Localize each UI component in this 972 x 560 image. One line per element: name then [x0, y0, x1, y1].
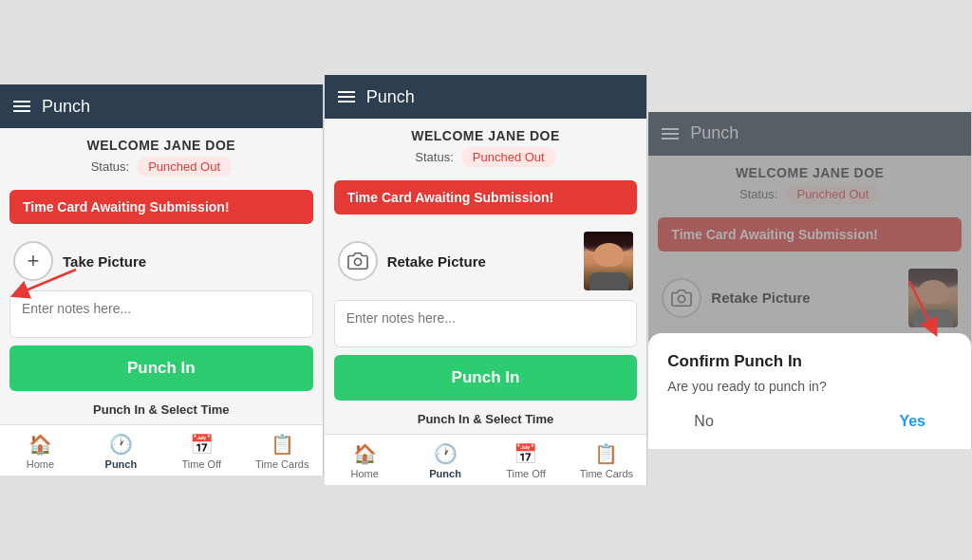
photo-thumbnail-2	[584, 232, 633, 290]
picture-section-1: + Take Picture	[0, 232, 323, 290]
bottom-nav-1: 🏠 Home 🕐 Punch 📅 Time Off 📋 Time Cards	[0, 424, 323, 476]
welcome-name-1: WELCOME JANE DOE	[13, 138, 309, 153]
notes-input-2[interactable]	[334, 300, 638, 347]
home-icon-1: 🏠	[28, 433, 52, 456]
nav-punch-1[interactable]: 🕐 Punch	[81, 431, 161, 472]
welcome-name-2: WELCOME JANE DOE	[338, 128, 634, 143]
retake-picture-button-2[interactable]	[338, 241, 378, 281]
nav-timeoff-2[interactable]: 📅 Time Off	[486, 440, 567, 481]
home-icon-2: 🏠	[353, 442, 377, 465]
modal-text-3: Are you ready to punch in?	[667, 379, 952, 394]
timecards-icon-1: 📋	[271, 433, 294, 456]
nav-timeoff-label-2: Time Off	[506, 468, 546, 479]
screen-2: Punch WELCOME JANE DOE Status: Punched O…	[325, 75, 648, 485]
picture-label-2: Retake Picture	[387, 253, 486, 270]
app-title-1: Punch	[42, 97, 90, 117]
nav-timecards-label-1: Time Cards	[255, 458, 308, 470]
nav-punch-label-1: Punch	[105, 458, 138, 470]
bottom-nav-2: 🏠 Home 🕐 Punch 📅 Time Off 📋 Time Cards	[325, 434, 647, 485]
punch-select-time-1[interactable]: Punch In & Select Time	[0, 399, 323, 424]
hamburger-menu-2[interactable]	[338, 91, 355, 103]
hamburger-menu-1[interactable]	[13, 101, 30, 112]
svg-point-2	[354, 258, 361, 265]
punch-icon-2: 🕐	[434, 442, 458, 465]
timeoff-icon-1: 📅	[190, 433, 214, 456]
time-card-alert-2[interactable]: Time Card Awaiting Submission!	[334, 180, 638, 215]
status-label-1: Status:	[91, 159, 129, 174]
modal-no-button-3[interactable]: No	[686, 409, 720, 434]
status-badge-1: Punched Out	[137, 157, 232, 177]
notes-input-1[interactable]	[9, 290, 313, 338]
top-bar-1: Punch	[0, 84, 323, 128]
time-card-alert-1[interactable]: Time Card Awaiting Submission!	[9, 190, 313, 224]
screen-3: Punch WELCOME JANE DOE Status: Punched O…	[648, 112, 972, 449]
camera-icon-2	[347, 251, 368, 271]
app-title-2: Punch	[366, 87, 415, 107]
nav-timecards-label-2: Time Cards	[580, 468, 633, 479]
nav-punch-2[interactable]: 🕐 Punch	[405, 440, 486, 481]
nav-timecards-2[interactable]: 📋 Time Cards	[566, 440, 646, 481]
take-picture-button-1[interactable]: +	[13, 241, 53, 281]
status-row-1: Status: Punched Out	[13, 157, 309, 177]
status-row-2: Status: Punched Out	[338, 147, 634, 167]
punch-select-time-2[interactable]: Punch In & Select Time	[325, 408, 647, 434]
punch-icon-1: 🕐	[109, 433, 133, 456]
modal-yes-button-3[interactable]: Yes	[891, 409, 933, 434]
welcome-section-1: WELCOME JANE DOE Status: Punched Out	[0, 128, 323, 182]
punch-in-button-2[interactable]: Punch In	[334, 355, 638, 401]
confirm-punch-in-dialog: Confirm Punch In Are you ready to punch …	[648, 333, 971, 449]
punch-in-button-1[interactable]: Punch In	[9, 345, 313, 391]
screen-1: Punch WELCOME JANE DOE Status: Punched O…	[0, 84, 324, 476]
picture-label-1: Take Picture	[63, 253, 146, 270]
nav-timecards-1[interactable]: 📋 Time Cards	[242, 431, 323, 472]
top-bar-2: Punch	[325, 75, 647, 119]
nav-home-label-1: Home	[27, 458, 54, 470]
nav-timeoff-1[interactable]: 📅 Time Off	[161, 431, 242, 472]
modal-overlay-3: Confirm Punch In Are you ready to punch …	[648, 112, 971, 449]
welcome-section-2: WELCOME JANE DOE Status: Punched Out	[325, 119, 647, 173]
nav-timeoff-label-1: Time Off	[182, 458, 222, 470]
modal-buttons-3: No Yes	[667, 409, 952, 434]
nav-home-1[interactable]: 🏠 Home	[0, 431, 81, 472]
arrow-annotation-3	[905, 276, 962, 333]
status-label-2: Status:	[415, 150, 453, 164]
status-badge-2: Punched Out	[461, 147, 556, 167]
nav-home-label-2: Home	[350, 468, 378, 479]
nav-home-2[interactable]: 🏠 Home	[325, 440, 405, 481]
timeoff-icon-2: 📅	[514, 442, 537, 465]
nav-punch-label-2: Punch	[429, 468, 461, 479]
picture-section-2: Retake Picture	[325, 222, 647, 300]
timecards-icon-2: 📋	[594, 442, 618, 465]
svg-line-5	[909, 281, 933, 328]
modal-title-3: Confirm Punch In	[667, 352, 952, 371]
